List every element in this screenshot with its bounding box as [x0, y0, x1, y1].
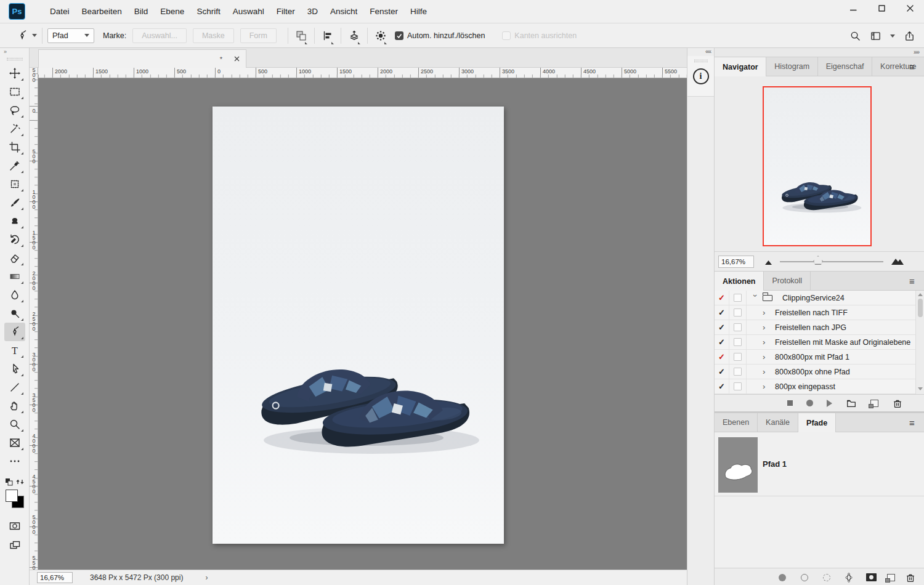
menu-item-2[interactable]: Bild [128, 0, 155, 23]
stroke-path-button[interactable] [798, 571, 811, 584]
eyedropper-tool[interactable] [4, 156, 25, 175]
status-chevron-icon[interactable]: › [205, 573, 208, 582]
action-check-icon[interactable]: ✓ [715, 335, 729, 349]
tab-kanaele[interactable]: Kanäle [758, 413, 798, 432]
color-swatches[interactable] [6, 490, 24, 508]
close-button[interactable] [896, 0, 924, 16]
menu-item-10[interactable]: Hilfe [404, 0, 433, 23]
scroll-down-icon[interactable] [918, 387, 923, 390]
eraser-tool[interactable] [4, 249, 25, 267]
path-thumbnail[interactable] [718, 437, 758, 493]
action-check-icon[interactable]: ✓ [715, 365, 729, 379]
gear-settings-button[interactable] [373, 28, 389, 44]
info-panel-button[interactable]: i [687, 56, 714, 97]
action-check-icon[interactable]: ✓ [715, 305, 729, 320]
action-row[interactable]: ✓ › 800x800px ohne Pfad [715, 365, 915, 379]
action-check-icon[interactable]: ✓ [715, 350, 729, 364]
tab-ebenen[interactable]: Ebenen [715, 413, 758, 432]
menu-item-3[interactable]: Ebene [154, 0, 190, 23]
vertical-ruler[interactable]: 5000500100015002000250030003500400045005… [30, 68, 38, 570]
tab-eigenschaften[interactable]: Eigenschaf [818, 57, 872, 76]
panel-menu-icon[interactable]: ≡ [909, 418, 919, 428]
move-tool[interactable] [4, 64, 25, 83]
navigator-zoom-slider[interactable] [780, 261, 883, 262]
clone-stamp-tool[interactable] [4, 212, 25, 230]
type-tool[interactable]: T [4, 341, 25, 360]
line-tool[interactable] [4, 378, 25, 397]
maximize-button[interactable] [867, 0, 896, 16]
minimize-button[interactable] [839, 0, 867, 16]
path-row[interactable]: Pfad 1 [715, 432, 924, 496]
path-selection-tool[interactable] [4, 360, 25, 378]
zoom-out-icon[interactable] [764, 257, 773, 266]
status-zoom-field[interactable]: 16,67% [37, 572, 73, 583]
menu-item-8[interactable]: Ansicht [324, 0, 363, 23]
auto-add-delete-checkbox[interactable]: Autom. hinzuf./löschen [395, 31, 485, 40]
pen-tool[interactable] [4, 323, 25, 341]
quick-mask-button[interactable] [6, 518, 24, 534]
tab-navigator[interactable]: Navigator [715, 57, 766, 76]
menu-item-1[interactable]: Bearbeiten [76, 0, 128, 23]
tab-close-icon[interactable] [231, 54, 242, 65]
expand-chevron-icon[interactable]: › [763, 353, 770, 361]
tab-histogram[interactable]: Histogram [766, 57, 818, 76]
delete-action-button[interactable] [892, 398, 903, 409]
action-dialog-toggle[interactable] [729, 365, 747, 379]
lasso-tool[interactable] [4, 101, 25, 119]
brush-tool[interactable] [4, 193, 25, 212]
new-set-folder-button[interactable] [846, 398, 857, 409]
dodge-tool[interactable] [4, 304, 25, 323]
menu-item-5[interactable]: Auswahl [227, 0, 270, 23]
more-tools[interactable] [4, 452, 25, 470]
action-row[interactable]: ✓ › 800x800px mit Pfad 1 [715, 350, 915, 365]
action-dialog-toggle[interactable] [729, 305, 747, 320]
path-from-selection-button[interactable] [843, 571, 855, 584]
expand-chevron-icon[interactable]: › [752, 294, 759, 302]
aktionen-scrollbar[interactable] [915, 291, 924, 394]
document-tab[interactable]: * [38, 49, 246, 68]
panel-menu-icon[interactable]: ≡ [909, 276, 919, 286]
scrollbar-thumb[interactable] [918, 299, 923, 317]
expand-chevron-icon[interactable]: › [763, 309, 770, 317]
quick-selection-tool[interactable] [4, 119, 25, 138]
menu-item-9[interactable]: Fenster [363, 0, 404, 23]
play-button[interactable] [827, 400, 832, 407]
action-row[interactable]: ✓ › Freistellen nach JPG [715, 320, 915, 335]
history-brush-tool[interactable] [4, 230, 25, 249]
share-icon[interactable] [904, 30, 915, 42]
search-icon[interactable] [849, 30, 861, 42]
path-arrangement-button[interactable] [346, 28, 362, 44]
dock-collapse-chevron[interactable]: «« [687, 48, 714, 56]
expand-chevron-icon[interactable]: › [763, 368, 770, 376]
selection-from-path-button[interactable] [821, 571, 833, 584]
toolbar-grip[interactable] [7, 58, 23, 60]
action-dialog-toggle[interactable] [729, 379, 747, 393]
canvas[interactable] [38, 78, 687, 570]
action-dialog-toggle[interactable] [729, 291, 747, 305]
record-button[interactable] [806, 400, 813, 406]
tab-protokoll[interactable]: Protokoll [764, 272, 811, 290]
new-path-button[interactable] [887, 574, 895, 581]
action-check-icon[interactable]: ✓ [715, 320, 729, 334]
panel-menu-icon[interactable]: ≡ [909, 62, 919, 72]
workspace-icon[interactable] [870, 30, 881, 42]
expand-chevron-icon[interactable]: › [763, 383, 770, 390]
expand-chevron-icon[interactable]: › [763, 324, 770, 331]
menu-item-6[interactable]: Filter [270, 0, 301, 23]
tool-mode-select[interactable]: Pfad [47, 28, 94, 43]
zoom-tool[interactable] [4, 415, 25, 434]
dock-expand-chevron[interactable]: »» [715, 48, 924, 57]
fill-path-button[interactable] [776, 571, 788, 584]
hand-tool[interactable] [4, 397, 25, 415]
action-row[interactable]: ✓ › 800px eingepasst [715, 379, 915, 394]
blur-tool[interactable] [4, 286, 25, 304]
scroll-up-icon[interactable] [918, 293, 923, 296]
action-dialog-toggle[interactable] [729, 335, 747, 349]
navigator-preview[interactable] [763, 86, 872, 246]
gradient-tool[interactable] [4, 267, 25, 286]
action-row[interactable]: ✓ › Freistellen nach TIFF [715, 305, 915, 320]
zoom-in-icon[interactable] [891, 256, 904, 266]
action-row[interactable]: ✓ › ClippingService24 [715, 291, 915, 305]
marquee-tool[interactable] [4, 83, 25, 101]
tab-aktionen[interactable]: Aktionen [715, 272, 764, 291]
